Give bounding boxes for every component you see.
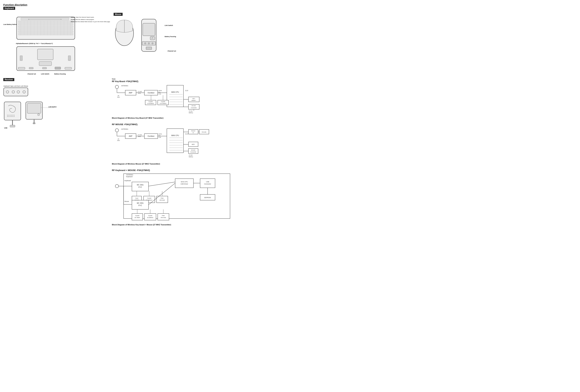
block-diagram-kb-caption: Block Diagram of Wireless Key-Board (27 … — [112, 117, 230, 119]
svg-text:Connector: Connector — [204, 183, 211, 185]
search-label: Search — [71, 16, 75, 18]
svg-text:Filter: Filter — [162, 215, 165, 216]
svg-rect-4 — [18, 23, 73, 25]
home-desc: Start the default Web browser or go to t… — [75, 21, 110, 22]
svg-rect-3 — [18, 21, 73, 23]
svg-text:2X AA: 2X AA — [189, 154, 193, 156]
mouse-left-svg — [114, 18, 135, 52]
keyboard-top-wrapper: Low Battery Notice Search Open the Inter… — [3, 16, 110, 40]
mouse-left — [114, 18, 135, 52]
receiver-labels: Keyboard Caps Lock Num Lock Mouse — [3, 85, 28, 87]
rf-keyboard-section: RF Key-Board -FSK(27MHZ) ANTENNA AMP — [112, 80, 230, 119]
svg-text:ANTENNA: ANTENNA — [121, 85, 128, 87]
svg-point-60 — [8, 116, 9, 117]
rec-keyboard: Keyboard — [3, 85, 9, 87]
receiver-indicator-row: Keyboard Caps Lock Num Lock Mouse — [3, 85, 109, 97]
mouse-channel-set: Channel set — [167, 50, 176, 52]
rf-keyboard-diagram: ANTENNA AMP -20 dbm — [112, 84, 232, 116]
svg-rect-0 — [17, 17, 75, 39]
page-container: Function discription Keyboard Low Batter… — [3, 3, 230, 230]
svg-rect-31 — [42, 67, 47, 69]
svg-rect-5 — [18, 26, 73, 28]
svg-text:ANTENNA: ANTENNA — [121, 128, 128, 130]
svg-point-44 — [148, 43, 150, 44]
svg-rect-76 — [33, 123, 35, 124]
svg-text:Oscillator: Oscillator — [147, 92, 154, 94]
svg-text:KEY: KEY — [192, 98, 195, 99]
svg-point-64 — [14, 116, 14, 117]
rf-mouse-diagram: ANTENNA AMP -20 dbm 27.045 MHZ — [112, 127, 232, 162]
diagrams-area: Note: RF Key-Board -FSK(27MHZ) ANTENNA A — [112, 78, 230, 230]
svg-text:DC•DC: DC•DC — [191, 149, 195, 151]
svg-point-54 — [8, 115, 9, 115]
svg-rect-73 — [27, 103, 41, 113]
alphanum-label: Alphabet/Numeric (Shife by "Fn" + "ScrLK… — [16, 43, 110, 44]
svg-text:KEY: KEY — [192, 144, 195, 145]
svg-text:13.5225MHZ: 13.5225MHZ — [147, 103, 154, 104]
svg-point-49 — [12, 91, 15, 93]
svg-text:DATA: DATA — [158, 90, 162, 92]
svg-text:3.2V: 3.2V — [185, 90, 188, 92]
svg-text:MAN CPU: MAN CPU — [181, 181, 188, 183]
svg-text:Converter: Converter — [190, 151, 196, 153]
svg-text:EEPROM: EEPROM — [204, 197, 211, 198]
rec-caps: Caps Lock — [10, 85, 17, 87]
svg-rect-27 — [65, 67, 72, 69]
svg-text:Crystal: Crystal — [148, 215, 152, 216]
receiver-box1-svg — [3, 101, 22, 128]
svg-text:FSK: FSK — [158, 93, 161, 95]
svg-text:Battery: Battery — [189, 112, 193, 113]
svg-text:dbm: dbm — [117, 97, 120, 98]
rf-mouse-section: RF MOUSE -FSK(27MHZ) ANTENNA AMP -20 dbm — [112, 123, 230, 165]
svg-rect-52 — [4, 102, 21, 120]
svg-text:For: For — [158, 135, 160, 136]
top-section: Low Battery Notice Search Open the Inter… — [3, 13, 230, 75]
svg-point-57 — [12, 115, 13, 115]
rf-mouse-title: RF MOUSE -FSK(27MHZ) — [112, 123, 230, 126]
svg-text:Keyboard: Keyboard — [126, 176, 133, 178]
link-dashed-svg — [41, 105, 74, 128]
svg-text:MC 3361: MC 3361 — [137, 202, 144, 204]
svg-text:Mouse: Mouse — [125, 200, 129, 202]
mouse-badge: Mouse — [114, 13, 123, 16]
rf-combined-title: RF Keyboard + MOUSE -FSK(27MHZ) — [112, 169, 230, 172]
mouse-battery-housing: Battery housing — [165, 34, 176, 39]
svg-text:27.045: 27.045 — [138, 91, 142, 92]
channel-set-label: Channel set — [27, 73, 36, 75]
mouse-right-svg: ↶ — [140, 18, 158, 53]
receiver-indicator-labels: Keyboard Caps Lock Num Lock Mouse — [3, 85, 28, 97]
rec-mouse: Mouse — [24, 85, 28, 87]
svg-rect-33 — [20, 56, 22, 61]
bottom-section: Receiver Keyboard Caps Lock Num Lock Mou… — [3, 78, 230, 230]
svg-text:MC 3361: MC 3361 — [137, 184, 144, 186]
mouse-area: Mouse — [114, 13, 230, 75]
home-label: Home — [71, 21, 75, 22]
svg-text:3.2V: 3.2V — [185, 133, 188, 135]
svg-rect-46 — [146, 47, 152, 50]
svg-point-61 — [10, 116, 10, 117]
svg-text:Converter: Converter — [191, 107, 197, 108]
svg-text:ARREY: ARREY — [191, 100, 196, 101]
keyboard-bottom-wrapper: Channel set Link Switch Battery housing — [3, 46, 110, 75]
svg-point-43 — [145, 43, 146, 44]
svg-point-51 — [23, 91, 25, 93]
keyboard-area: Low Battery Notice Search Open the Inter… — [3, 13, 110, 75]
email-desc: Start the default e-mail program. — [75, 19, 94, 20]
receiver-badge: Receiver — [3, 78, 14, 81]
svg-text:AMP: AMP — [129, 92, 133, 94]
svg-point-55 — [10, 115, 10, 115]
svg-text:Sensor: Sensor — [191, 130, 195, 132]
svg-text:For: For — [158, 92, 160, 93]
svg-point-50 — [17, 91, 20, 93]
svg-text:dbm: dbm — [117, 140, 120, 141]
svg-text:◄─────────────────────────────: ◄──────────────────────────────────────► — [28, 19, 62, 20]
function-key-labels: Search Open the Internet Search pane. E-… — [71, 16, 110, 23]
mouse-right: Link Switch Battery housing Channel set … — [140, 18, 158, 54]
battery-housing-label: Battery housing — [54, 73, 66, 75]
svg-point-164 — [115, 185, 119, 188]
search-desc: Open the Internet Search pane. — [76, 16, 94, 18]
receiver-box2-svg — [25, 101, 43, 124]
svg-text:DC•DC: DC•DC — [192, 105, 196, 106]
svg-text:AMP: AMP — [129, 135, 133, 137]
receiver-area: Receiver Keyboard Caps Lock Num Lock Mou… — [3, 78, 109, 230]
